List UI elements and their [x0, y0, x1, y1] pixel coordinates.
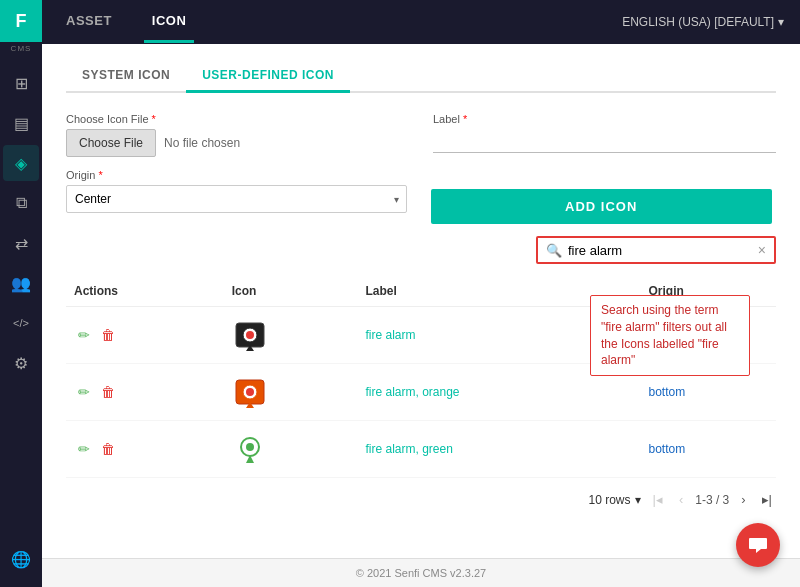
- content-area: SYSTEM ICON USER-DEFINED ICON Choose Ico…: [42, 44, 800, 558]
- tab-icon[interactable]: ICON: [144, 1, 195, 43]
- icon-cell: [224, 307, 358, 364]
- chat-fab-button[interactable]: [736, 523, 780, 567]
- add-icon-button[interactable]: ADD ICON: [431, 189, 772, 224]
- sidebar-logo[interactable]: F: [0, 0, 42, 42]
- row-origin: bottom: [648, 328, 685, 342]
- label-cell: fire alarm, green: [357, 421, 640, 478]
- origin-cell: bottom: [640, 307, 776, 364]
- icon-image: [232, 374, 268, 410]
- choose-file-button[interactable]: Choose File: [66, 129, 156, 157]
- add-icon-group: ADD ICON: [431, 169, 772, 224]
- footer: © 2021 Senfi CMS v2.3.27: [42, 558, 800, 587]
- top-navigation: ASSET ICON ENGLISH (USA) [DEFAULT] ▾: [42, 0, 800, 44]
- tab-user-defined-icon[interactable]: USER-DEFINED ICON: [186, 60, 350, 93]
- edit-button[interactable]: ✏: [74, 439, 94, 459]
- label-field-label: Label *: [433, 113, 776, 125]
- actions-cell: ✏ 🗑: [66, 307, 224, 364]
- copy-icon[interactable]: ⧉: [3, 185, 39, 221]
- content-tabs: SYSTEM ICON USER-DEFINED ICON: [66, 60, 776, 93]
- file-input-row: Choose File No file chosen: [66, 129, 409, 157]
- label-group: Label *: [433, 113, 776, 157]
- search-box: 🔍 ×: [536, 236, 776, 264]
- icon-cell: [224, 421, 358, 478]
- origin-cell: bottom: [640, 364, 776, 421]
- code-icon[interactable]: </>: [3, 305, 39, 341]
- origin-cell: bottom: [640, 421, 776, 478]
- row-label[interactable]: fire alarm, green: [365, 442, 452, 456]
- rows-label: 10 rows: [588, 493, 630, 507]
- main-area: ASSET ICON ENGLISH (USA) [DEFAULT] ▾ SYS…: [42, 0, 800, 587]
- pagination: 10 rows ▾ |◂ ‹ 1-3 / 3 › ▸|: [66, 486, 776, 513]
- sidebar: F CMS ⊞ ▤ ◈ ⧉ ⇄ 👥 </> ⚙ 🌐: [0, 0, 42, 587]
- flow-icon[interactable]: ⇄: [3, 225, 39, 261]
- tab-system-icon[interactable]: SYSTEM ICON: [66, 60, 186, 93]
- col-label: Label: [357, 276, 640, 307]
- label-input[interactable]: [433, 129, 776, 153]
- icon-file-label: Choose Icon File *: [66, 113, 409, 125]
- edit-button[interactable]: ✏: [74, 382, 94, 402]
- prev-page-button[interactable]: ‹: [675, 490, 687, 509]
- label-cell: fire alarm: [357, 307, 640, 364]
- globe-icon[interactable]: 🌐: [3, 541, 39, 577]
- svg-point-9: [246, 443, 254, 451]
- language-selector[interactable]: ENGLISH (USA) [DEFAULT] ▾: [622, 15, 784, 29]
- origin-group: Origin * Center Top Bottom Left Right ▾: [66, 169, 407, 224]
- file-name-display: No file chosen: [164, 136, 240, 150]
- search-clear-icon[interactable]: ×: [758, 242, 766, 258]
- actions-cell: ✏ 🗑: [66, 364, 224, 421]
- page-info: 1-3 / 3: [695, 493, 729, 507]
- footer-text: © 2021 Senfi CMS v2.3.27: [356, 567, 486, 579]
- row-label[interactable]: fire alarm: [365, 328, 415, 342]
- tab-asset[interactable]: ASSET: [58, 1, 120, 43]
- actions-cell: ✏ 🗑: [66, 421, 224, 478]
- layers-icon[interactable]: ◈: [3, 145, 39, 181]
- last-page-button[interactable]: ▸|: [758, 490, 776, 509]
- rows-dropdown-icon: ▾: [635, 493, 641, 507]
- svg-point-6: [246, 388, 254, 396]
- col-origin: Origin: [640, 276, 776, 307]
- rows-per-page: 10 rows ▾: [588, 493, 640, 507]
- sidebar-nav: ⊞ ▤ ◈ ⧉ ⇄ 👥 </> ⚙: [3, 57, 39, 541]
- chevron-down-icon: ▾: [778, 15, 784, 29]
- dashboard-icon[interactable]: ⊞: [3, 65, 39, 101]
- delete-button[interactable]: 🗑: [97, 382, 119, 402]
- row-label[interactable]: fire alarm, orange: [365, 385, 459, 399]
- col-actions: Actions: [66, 276, 224, 307]
- col-icon: Icon: [224, 276, 358, 307]
- delete-button[interactable]: 🗑: [97, 325, 119, 345]
- form-top-row: Choose Icon File * Choose File No file c…: [66, 113, 776, 157]
- cms-label: CMS: [11, 42, 32, 57]
- icons-table: Actions Icon Label Origin ✏ 🗑: [66, 276, 776, 478]
- row-origin: bottom: [648, 442, 685, 456]
- icon-file-group: Choose Icon File * Choose File No file c…: [66, 113, 409, 157]
- table-row: ✏ 🗑 fir: [66, 307, 776, 364]
- svg-point-2: [246, 331, 254, 339]
- origin-select[interactable]: Center Top Bottom Left Right: [66, 185, 407, 213]
- first-page-button[interactable]: |◂: [649, 490, 667, 509]
- delete-button[interactable]: 🗑: [97, 439, 119, 459]
- search-icon: 🔍: [546, 243, 562, 258]
- table-row: ✏ 🗑 fire alarm, green: [66, 421, 776, 478]
- users-icon[interactable]: 👥: [3, 265, 39, 301]
- icon-image: [232, 431, 268, 467]
- ruler-icon[interactable]: ▤: [3, 105, 39, 141]
- origin-label: Origin *: [66, 169, 407, 181]
- search-input[interactable]: [568, 243, 752, 258]
- settings-icon[interactable]: ⚙: [3, 345, 39, 381]
- label-cell: fire alarm, orange: [357, 364, 640, 421]
- row-origin: bottom: [648, 385, 685, 399]
- sidebar-bottom: 🌐: [3, 541, 39, 587]
- search-area: 🔍 ×: [66, 236, 776, 264]
- origin-select-wrap: Center Top Bottom Left Right ▾: [66, 185, 407, 213]
- icon-cell: [224, 364, 358, 421]
- icon-image: [232, 317, 268, 353]
- table-row: ✏ 🗑 fir: [66, 364, 776, 421]
- next-page-button[interactable]: ›: [737, 490, 749, 509]
- form-bottom-row: Origin * Center Top Bottom Left Right ▾ …: [66, 169, 776, 224]
- edit-button[interactable]: ✏: [74, 325, 94, 345]
